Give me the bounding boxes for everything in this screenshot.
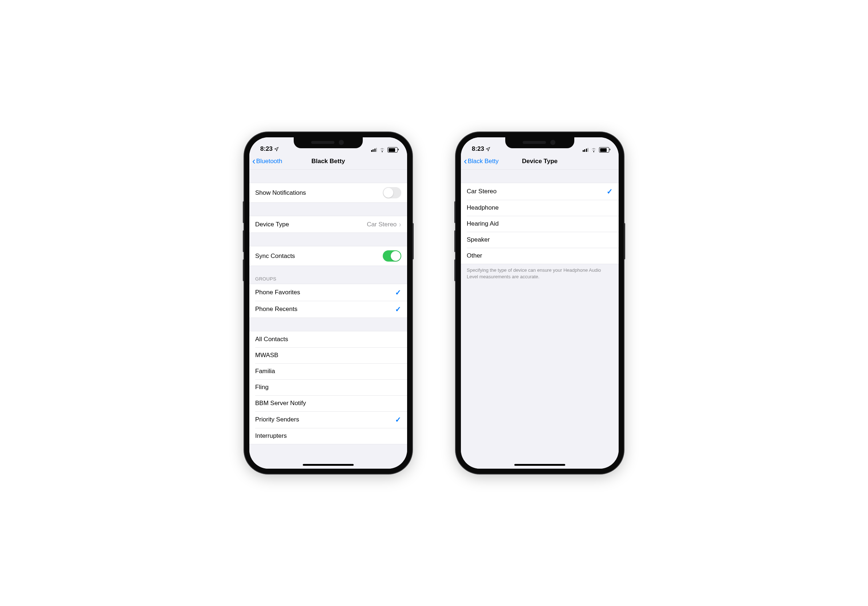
contact-row[interactable]: Interrupters [250,428,407,444]
device-type-option-row[interactable]: Headphone [461,200,618,216]
chevron-left-icon: ‹ [464,156,467,166]
sync-contacts-toggle[interactable] [383,250,401,261]
cell-label: Headphone [467,204,499,212]
checkmark-icon: ✓ [607,187,613,196]
cell-label: Sync Contacts [255,252,295,260]
footer-text: Specifying the type of device can ensure… [461,264,618,283]
back-button[interactable]: ‹ Black Betty [464,157,499,166]
cell-label: Phone Recents [255,306,297,313]
contact-row[interactable]: Fling [250,379,407,395]
notch [505,137,574,148]
page-title: Black Betty [312,158,345,165]
wifi-icon [379,147,385,152]
cell-label: Familia [255,368,275,375]
chevron-left-icon: ‹ [252,156,256,166]
cell-label: Interrupters [255,432,287,440]
group-row[interactable]: Phone Favorites✓ [250,284,407,301]
sync-contacts-row[interactable]: Sync Contacts [250,246,407,266]
cellular-icon [371,148,377,152]
contact-row[interactable]: All Contacts [250,331,407,347]
contact-row[interactable]: Familia [250,363,407,379]
cell-label: Hearing Aid [467,220,499,227]
status-time: 8:23 [472,145,484,153]
cell-label: Priority Senders [255,416,299,423]
back-label: Black Betty [468,158,499,165]
status-right [371,147,398,153]
cell-value: Car Stereo [367,221,397,228]
contacts-list: All ContactsMWASBFamiliaFlingBBM Server … [250,331,407,444]
home-indicator[interactable] [303,464,354,466]
nav-bar: ‹ Black Betty Device Type [461,153,618,170]
home-indicator[interactable] [514,464,565,466]
device-type-option-row[interactable]: Hearing Aid [461,216,618,232]
checkmark-icon: ✓ [395,415,401,424]
content[interactable]: Show Notifications Device Type Car Stere… [250,170,407,469]
notch [294,137,363,148]
checkmark-icon: ✓ [395,305,401,314]
groups-header: Groups [250,274,407,284]
location-icon [274,147,279,152]
device-type-options: Car Stereo✓HeadphoneHearing AidSpeakerOt… [461,183,618,264]
status-time: 8:23 [260,145,273,153]
status-right [583,147,609,153]
cell-label: Phone Favorites [255,289,300,296]
show-notifications-toggle[interactable] [383,187,401,198]
battery-icon [599,147,609,153]
cell-label: Show Notifications [255,189,306,196]
cell-label: MWASB [255,352,278,359]
cell-label: Car Stereo [467,188,496,195]
cell-label: Fling [255,383,269,391]
battery-icon [388,147,398,153]
chevron-right-icon: › [399,220,401,229]
device-type-option-row[interactable]: Speaker [461,232,618,248]
cell-label: Other [467,252,482,260]
back-button[interactable]: ‹ Bluetooth [252,157,282,166]
cellular-icon [583,148,589,152]
status-left: 8:23 [260,145,279,153]
status-left: 8:23 [472,145,490,153]
contact-row[interactable]: MWASB [250,347,407,363]
phone-left: 8:23 ‹ Bluetooth Black Betty Show Notifi… [244,132,412,474]
cell-label: BBM Server Notify [255,400,306,407]
groups-list: Phone Favorites✓Phone Recents✓ [250,284,407,318]
contact-row[interactable]: Priority Senders✓ [250,411,407,428]
checkmark-icon: ✓ [395,288,401,297]
nav-bar: ‹ Bluetooth Black Betty [250,153,407,170]
wifi-icon [591,147,597,152]
contact-row[interactable]: BBM Server Notify [250,395,407,411]
show-notifications-row[interactable]: Show Notifications [250,183,407,203]
cell-label: Speaker [467,236,490,243]
device-type-option-row[interactable]: Car Stereo✓ [461,183,618,200]
group-row[interactable]: Phone Recents✓ [250,301,407,317]
page-title: Device Type [522,158,558,165]
screen: 8:23 ‹ Black Betty Device Type Car Stere… [461,137,618,469]
cell-label: Device Type [255,221,289,228]
device-type-row[interactable]: Device Type Car Stereo › [250,216,407,232]
device-type-option-row[interactable]: Other [461,248,618,264]
content[interactable]: Car Stereo✓HeadphoneHearing AidSpeakerOt… [461,170,618,469]
back-label: Bluetooth [256,158,282,165]
location-icon [486,147,490,152]
screen: 8:23 ‹ Bluetooth Black Betty Show Notifi… [250,137,407,469]
phone-right: 8:23 ‹ Black Betty Device Type Car Stere… [456,132,624,474]
cell-label: All Contacts [255,336,288,343]
